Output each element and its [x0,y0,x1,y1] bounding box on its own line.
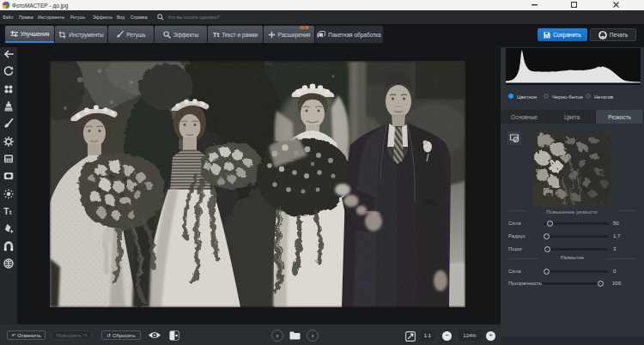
svg-text:T: T [3,207,9,216]
svg-text:t: t [9,209,12,215]
